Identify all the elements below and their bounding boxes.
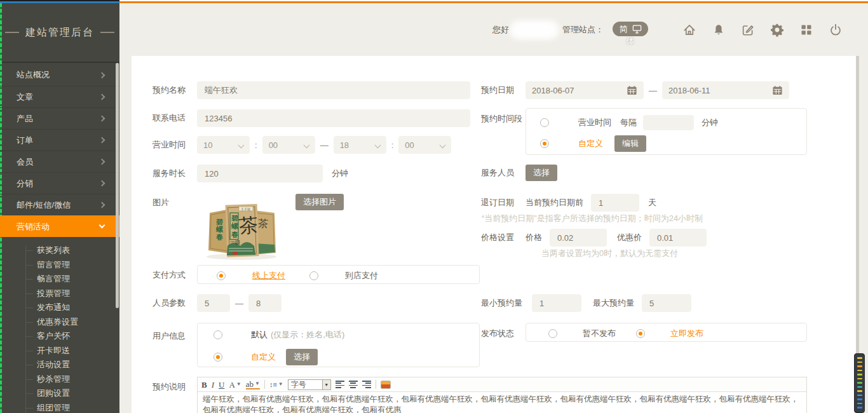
submenu-item-changyan-management[interactable]: 畅言管理: [0, 272, 119, 287]
user-info-default-option[interactable]: 默认: [251, 329, 268, 341]
time-slot-label: 预约时间段: [481, 113, 526, 125]
sidebar-scrollbar[interactable]: [116, 63, 119, 308]
from-minute-select[interactable]: 00: [262, 136, 315, 154]
bell-icon[interactable]: [712, 23, 726, 37]
submenu-item-flash-sale[interactable]: 秒杀管理: [0, 372, 119, 387]
svg-text:茶: 茶: [258, 218, 269, 229]
top-header: 您好 管理站点： 简 体: [119, 3, 868, 56]
apps-grid-icon[interactable]: [799, 23, 813, 37]
submenu-item-coupon-settings[interactable]: 优惠券设置: [0, 315, 119, 330]
reservation-date-end-input[interactable]: 2018-06-11: [662, 81, 789, 99]
time-slot-interval-input[interactable]: [643, 115, 694, 130]
time-slot-business-radio[interactable]: [540, 118, 549, 127]
reservation-name-input[interactable]: [197, 81, 470, 99]
min-booking-label: 最小预约量: [481, 297, 532, 309]
logo-dash-left: [5, 32, 19, 33]
time-slot-edit-button[interactable]: 编辑: [614, 135, 646, 152]
contact-phone-input[interactable]: [197, 109, 470, 127]
svg-text:春: 春: [215, 233, 224, 241]
chevron-right-icon: [99, 180, 105, 187]
max-booking-input[interactable]: [642, 294, 691, 312]
submenu-item-message-management[interactable]: 留言管理: [0, 258, 119, 273]
max-booking-label: 最大预约量: [593, 297, 634, 309]
submenu-item-award-list[interactable]: 获奖列表: [0, 243, 119, 258]
power-icon[interactable]: [829, 23, 843, 37]
people-max-input[interactable]: [248, 294, 281, 312]
payment-online-radio[interactable]: [217, 271, 226, 280]
calendar-icon: [627, 85, 637, 96]
font-color-button[interactable]: A▼: [229, 381, 241, 389]
align-right-button[interactable]: [362, 381, 371, 388]
submenu-item-activity-settings[interactable]: 活动设置: [0, 358, 119, 372]
marketing-submenu: 获奖列表 留言管理 畅言管理 投票管理 发布通知 优惠券设置 客户关怀 开卡即送…: [0, 243, 119, 413]
payment-online-option[interactable]: 线上支付: [252, 270, 285, 281]
from-hour-select[interactable]: 10: [197, 136, 250, 154]
submenu-item-publish-notice[interactable]: 发布通知: [0, 301, 119, 315]
reservation-date-start-input[interactable]: 2018-06-07: [526, 81, 644, 99]
user-info-custom-radio[interactable]: [214, 353, 222, 362]
sidebar-item-marketing[interactable]: 营销活动: [0, 215, 119, 237]
minimap-widget[interactable]: [854, 353, 865, 413]
publish-later-radio[interactable]: [548, 329, 557, 338]
svg-text:碧: 碧: [231, 214, 238, 222]
insert-image-button[interactable]: [381, 381, 391, 389]
home-icon[interactable]: [682, 23, 696, 37]
highlight-button[interactable]: ab▼: [246, 380, 260, 389]
publish-now-option[interactable]: 立即发布: [670, 328, 703, 339]
align-center-button[interactable]: [349, 381, 358, 388]
sidebar-item-articles[interactable]: 文章: [0, 86, 119, 107]
discount-price-input[interactable]: [649, 229, 707, 247]
submenu-item-customer-care[interactable]: 客户关怀: [0, 329, 119, 344]
payment-label: 支付方式: [153, 269, 197, 281]
min-booking-input[interactable]: [532, 294, 581, 312]
description-label: 预约说明: [153, 381, 197, 393]
language-pill[interactable]: 简: [613, 22, 648, 36]
payment-instore-radio[interactable]: [309, 271, 318, 280]
time-slot-custom-radio[interactable]: [540, 139, 549, 148]
publish-now-radio[interactable]: [636, 329, 645, 338]
svg-text:茶: 茶: [238, 213, 259, 236]
editor-content[interactable]: 端午狂欢，包厢有优惠端午狂欢，包厢有优惠端午狂欢，包厢有优惠端午狂欢，包厢有优惠…: [198, 392, 806, 413]
sidebar-item-mail-sms-wechat[interactable]: 邮件/短信/微信: [0, 194, 119, 215]
payment-instore-option[interactable]: 到店支付: [345, 270, 378, 281]
price-input[interactable]: [550, 229, 607, 247]
edit-icon[interactable]: [741, 23, 755, 37]
sidebar-item-site-overview[interactable]: 站点概况: [0, 64, 119, 86]
submenu-item-vote-management[interactable]: 投票管理: [0, 287, 119, 301]
submenu-item-group-management[interactable]: 组团管理: [0, 401, 119, 413]
redacted-username: [514, 25, 555, 35]
sidebar-item-products[interactable]: 产品: [0, 107, 119, 129]
user-info-default-radio[interactable]: [214, 330, 222, 339]
line-height-button[interactable]: ↕≡▼: [269, 381, 283, 388]
submenu-item-group-buy[interactable]: 团购设置: [0, 386, 119, 401]
svg-text:一级: 一级: [230, 240, 240, 245]
sidebar-item-members[interactable]: 会员: [0, 151, 119, 172]
to-minute-select[interactable]: 00: [398, 136, 451, 154]
sidebar-item-distribution[interactable]: 分销: [0, 172, 119, 194]
svg-text:螺: 螺: [215, 226, 224, 233]
publish-status-label: 发布状态: [481, 328, 526, 339]
gear-icon[interactable]: [770, 23, 784, 37]
bold-button[interactable]: B: [201, 381, 207, 389]
user-info-default-note: (仅显示：姓名,电话): [271, 329, 344, 341]
reservation-date-label: 预约日期: [481, 85, 526, 96]
publish-status-box: 暂不发布 立即发布: [526, 323, 807, 342]
align-left-button[interactable]: [336, 381, 344, 388]
publish-later-option[interactable]: 暂不发布: [583, 328, 616, 339]
staff-select-button[interactable]: 选择: [526, 165, 557, 181]
to-hour-select[interactable]: 18: [334, 136, 386, 154]
choose-image-button[interactable]: 选择图片: [295, 194, 344, 210]
italic-button[interactable]: I: [212, 381, 214, 389]
sidebar-item-orders[interactable]: 订单: [0, 129, 119, 151]
font-size-select[interactable]: 字号 ▼: [288, 379, 331, 390]
submenu-item-card-gift[interactable]: 开卡即送: [0, 344, 119, 358]
user-info-select-button[interactable]: 选择: [286, 349, 318, 365]
underline-button[interactable]: U: [219, 381, 224, 389]
user-info-custom-option[interactable]: 自定义: [251, 351, 276, 363]
svg-text:螺: 螺: [231, 222, 239, 230]
chevron-right-icon: [99, 116, 105, 122]
service-duration-input[interactable]: [197, 165, 323, 182]
cancel-date-input[interactable]: [591, 194, 639, 212]
people-min-input[interactable]: [197, 294, 230, 312]
language-switcher[interactable]: 简 体: [613, 22, 648, 46]
